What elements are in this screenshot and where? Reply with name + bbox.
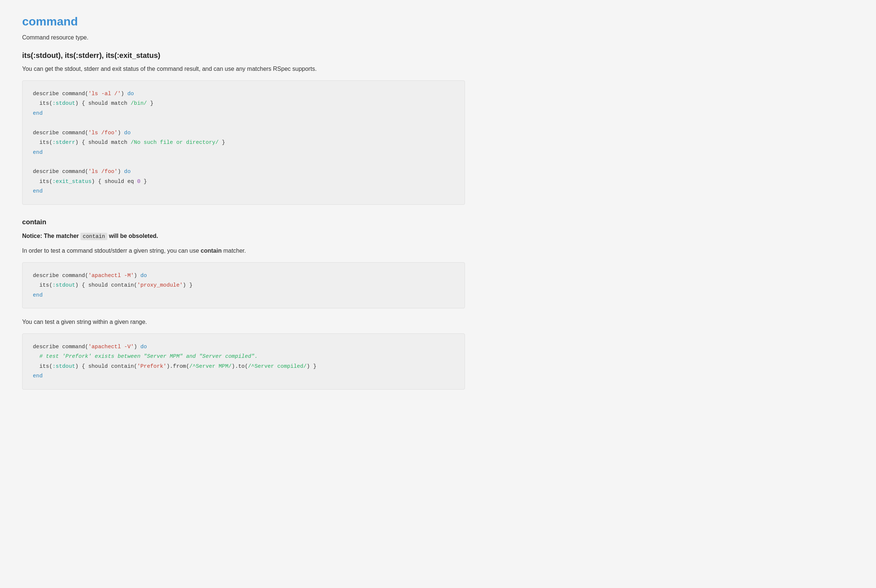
its-description: You can get the stdout, stderr and exit … — [22, 64, 465, 74]
contain-description2: You can test a given string within a giv… — [22, 317, 465, 327]
its-heading: its(:stdout), its(:stderr), its(:exit_st… — [22, 51, 465, 60]
contain-description: In order to test a command stdout/stderr… — [22, 246, 465, 256]
page-title: command — [22, 15, 465, 28]
contain-code: contain — [81, 233, 107, 240]
contain-notice: Notice: The matcher contain will be obso… — [22, 231, 465, 241]
code-block-5: describe command('apachectl -V') do # te… — [22, 333, 465, 390]
contain-section: contain Notice: The matcher contain will… — [22, 218, 465, 390]
code-block-4: describe command('apachectl -M') do its(… — [22, 262, 465, 308]
its-section: its(:stdout), its(:stderr), its(:exit_st… — [22, 51, 465, 205]
page-subtitle: Command resource type. — [22, 34, 465, 41]
contain-heading: contain — [22, 218, 465, 226]
code-block-1: describe command('ls -al /') do its(:std… — [22, 80, 465, 205]
